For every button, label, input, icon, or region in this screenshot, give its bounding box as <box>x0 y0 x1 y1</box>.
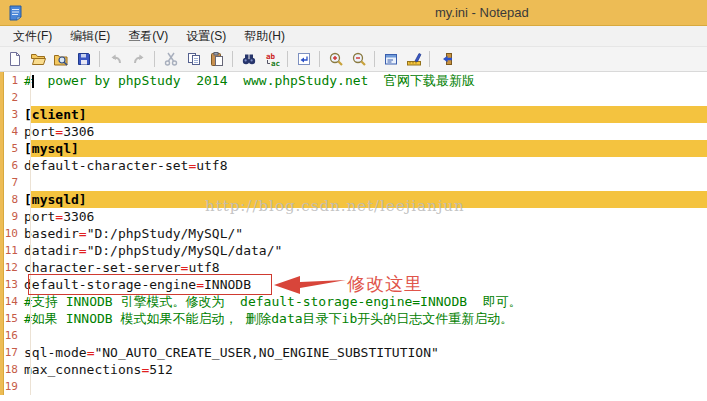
watermark-text: http://blog.csdn.net/leejianjun <box>205 197 465 215</box>
redo-button[interactable] <box>127 49 150 70</box>
code-text: #支持 INNODB 引擎模式。修改为 default-storage-engi… <box>24 294 522 309</box>
gutter-separator <box>30 72 31 395</box>
annotation-highlight-box <box>28 274 272 295</box>
code-text: # power by phpStudy 2014 www.phpStudy.ne… <box>24 73 475 88</box>
menu-item[interactable]: 设置(S) <box>177 26 235 47</box>
open-file-icon <box>30 51 46 67</box>
zoom-out-icon <box>351 51 367 67</box>
window-title: my.ini - Notepad <box>435 5 529 20</box>
code-line: 18max_connections=512 <box>0 361 707 378</box>
code-text: basedir="D:/phpStudy/MySQL/" <box>24 226 243 241</box>
cut-icon <box>163 51 179 67</box>
code-line: 6default-character-set=utf8 <box>0 157 707 174</box>
exit-icon <box>438 51 454 67</box>
menu-bar: 文件(F)编辑(E)查看(V)设置(S)帮助(H) <box>0 26 707 47</box>
menu-item[interactable]: 查看(V) <box>119 26 177 47</box>
code-text: max_connections=512 <box>24 362 173 377</box>
code-line: 5[mysql] <box>0 140 707 157</box>
toolbar-separator <box>374 51 375 67</box>
annotation-label: 修改这里 <box>347 272 423 296</box>
notepad2-window: my.ini - Notepad 文件(F)编辑(E)查看(V)设置(S)帮助(… <box>0 0 707 401</box>
find-button[interactable] <box>237 49 260 70</box>
save-icon <box>76 51 92 67</box>
code-text: sql-mode="NO_AUTO_CREATE_USER,NO_ENGINE_… <box>24 345 439 360</box>
customize-scheme-icon <box>406 51 422 67</box>
code-line: 15#如果 INNODB 模式如果不能启动， 删除data目录下ib开头的日志文… <box>0 310 707 327</box>
copy-icon <box>186 51 202 67</box>
zoom-out-button[interactable] <box>347 49 370 70</box>
find-icon <box>241 51 257 67</box>
replace-button[interactable]: abac <box>260 49 283 70</box>
title-bar[interactable]: my.ini - Notepad <box>0 0 707 26</box>
paste-icon <box>209 51 225 67</box>
view-schemes-button[interactable] <box>379 49 402 70</box>
zoom-in-icon <box>328 51 344 67</box>
code-line: 2 <box>0 89 707 106</box>
word-wrap-icon <box>296 51 312 67</box>
toolbar-separator <box>232 51 233 67</box>
new-file-button[interactable] <box>3 49 26 70</box>
svg-text:ac: ac <box>271 59 280 68</box>
code-line: 3[client] <box>0 106 707 123</box>
customize-scheme-button[interactable] <box>402 49 425 70</box>
exit-button[interactable] <box>434 49 457 70</box>
code-text: [mysql] <box>24 141 79 156</box>
toolbar-separator <box>287 51 288 67</box>
open-file-button[interactable] <box>26 49 49 70</box>
toolbar-separator <box>319 51 320 67</box>
undo-button[interactable] <box>104 49 127 70</box>
annotation-arrow-icon <box>274 275 346 294</box>
replace-icon: abac <box>264 51 280 67</box>
code-text: character-set-server=utf8 <box>24 260 220 275</box>
code-text: [mysqld] <box>24 192 87 207</box>
code-line: 17sql-mode="NO_AUTO_CREATE_USER,NO_ENGIN… <box>0 344 707 361</box>
notepad2-app-icon <box>6 4 24 22</box>
toolbar-separator <box>99 51 100 67</box>
code-line: 4port=3306 <box>0 123 707 140</box>
toolbar-separator <box>429 51 430 67</box>
browse-files-icon <box>53 51 69 67</box>
cut-button[interactable] <box>159 49 182 70</box>
code-line: 16 <box>0 327 707 344</box>
code-line: 1# power by phpStudy 2014 www.phpStudy.n… <box>0 72 707 89</box>
copy-button[interactable] <box>182 49 205 70</box>
code-line: 7 <box>0 174 707 191</box>
word-wrap-button[interactable] <box>292 49 315 70</box>
code-text: default-character-set=utf8 <box>24 158 228 173</box>
toolbar: abac <box>0 47 707 72</box>
code-text: port=3306 <box>24 124 94 139</box>
text-caret <box>32 75 34 88</box>
window-left-border <box>0 72 4 395</box>
paste-button[interactable] <box>205 49 228 70</box>
undo-icon <box>108 51 124 67</box>
browse-files-button[interactable] <box>49 49 72 70</box>
code-text: [client] <box>24 107 87 122</box>
menu-item[interactable]: 帮助(H) <box>235 26 294 47</box>
menu-item[interactable]: 文件(F) <box>4 26 61 47</box>
code-text: datadir="D:/phpStudy/MySQL/data/" <box>24 243 282 258</box>
save-button[interactable] <box>72 49 95 70</box>
code-line: 19 <box>0 378 707 395</box>
new-file-icon <box>7 51 23 67</box>
redo-icon <box>131 51 147 67</box>
code-line: 10basedir="D:/phpStudy/MySQL/" <box>0 225 707 242</box>
toolbar-separator <box>154 51 155 67</box>
view-schemes-icon <box>383 51 399 67</box>
menu-item[interactable]: 编辑(E) <box>61 26 119 47</box>
code-editor[interactable]: 1# power by phpStudy 2014 www.phpStudy.n… <box>0 72 707 395</box>
zoom-in-button[interactable] <box>324 49 347 70</box>
code-line: 11datadir="D:/phpStudy/MySQL/data/" <box>0 242 707 259</box>
code-text: #如果 INNODB 模式如果不能启动， 删除data目录下ib开头的日志文件重… <box>24 311 513 326</box>
code-text: port=3306 <box>24 209 94 224</box>
